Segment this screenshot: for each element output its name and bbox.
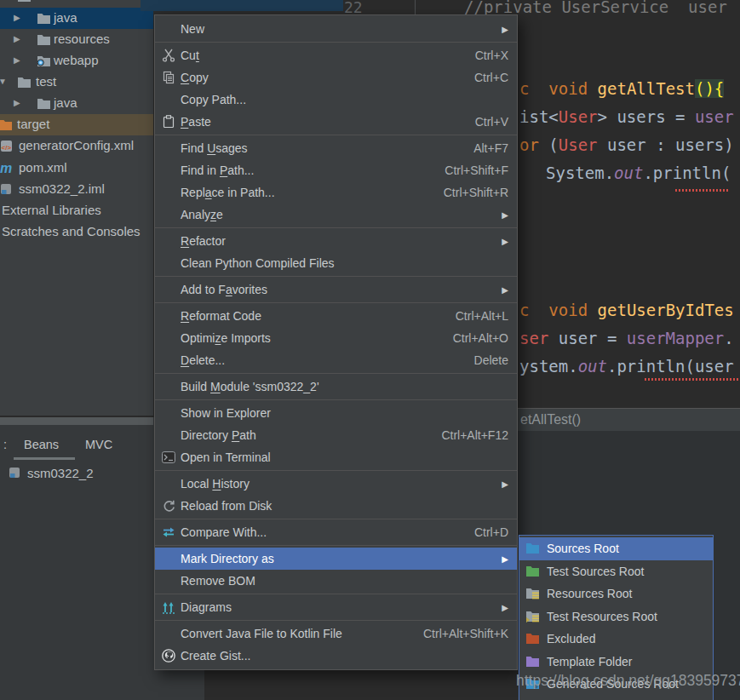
menu-item-label: Show in Explorer: [181, 406, 271, 420]
menu-item-label: Analyze: [181, 208, 223, 221]
menu-item-shortcut: Ctrl+Shift+R: [444, 186, 508, 199]
svg-text:m: m: [0, 162, 12, 175]
submenu-item-sources-root[interactable]: Sources Root: [519, 537, 713, 560]
submenu-item-test-resources-root[interactable]: Test Resources Root: [519, 605, 713, 628]
menu-item-diagrams[interactable]: Diagrams▶: [155, 596, 517, 618]
menu-item-delete[interactable]: Delete...Delete: [155, 349, 517, 371]
chevron-right-icon[interactable]: ▶: [14, 55, 20, 65]
tree-item-iml[interactable]: ssm0322_2.iml: [0, 179, 153, 200]
menu-icon-spacer: [160, 309, 177, 324]
tree-item-pom[interactable]: mpom.xml: [0, 158, 153, 179]
code-token: [588, 79, 597, 98]
tree-item-java[interactable]: ▶java: [0, 8, 153, 29]
menu-item-compare-with[interactable]: Compare With...Ctrl+D: [155, 521, 517, 543]
code-line-7: ystem.out.println(user: [519, 353, 734, 381]
tree-item-label: pom.xml: [19, 160, 67, 175]
code-token: out: [614, 164, 643, 182]
menu-item-label: Copy: [181, 71, 209, 84]
code-token: ystem.: [519, 357, 578, 376]
menu-icon-spacer: [160, 428, 177, 443]
tree-item-resources[interactable]: ▶resources: [0, 29, 153, 50]
menu-item-replace-in-path[interactable]: Replace in Path...Ctrl+Shift+R: [155, 181, 517, 204]
folder-icon: [37, 33, 52, 47]
menu-item-find-in-path[interactable]: Find in Path...Ctrl+Shift+F: [155, 159, 517, 181]
code-line-6: ser user = userMapper.: [519, 324, 734, 353]
tree-item-label: External Libraries: [2, 203, 101, 217]
menu-item-reformat-code[interactable]: Reformat CodeCtrl+Alt+L: [155, 305, 517, 327]
submenu-item-excluded[interactable]: Excluded: [519, 628, 713, 651]
menu-item-open-in-terminal[interactable]: Open in Terminal: [155, 446, 517, 468]
menu-separator: [155, 399, 517, 400]
xml-icon: </>: [0, 140, 15, 153]
code-token: void: [548, 301, 588, 319]
tab-beans[interactable]: Beans: [24, 438, 59, 451]
menu-item-shortcut: Ctrl+Alt+F12: [441, 428, 508, 442]
tree-item-scratches[interactable]: Scratches and Consoles: [0, 221, 153, 243]
code-token: void: [548, 79, 588, 98]
tree-item-generator-config[interactable]: </>generatorConfig.xml: [0, 135, 153, 157]
code-token: user: [695, 107, 734, 126]
chevron-right-icon[interactable]: ▶: [14, 13, 20, 22]
menu-item-show-in-explorer[interactable]: Show in Explorer: [155, 402, 517, 424]
menu-item-new[interactable]: New▶: [155, 18, 517, 40]
code-token: ist<: [519, 107, 559, 126]
menu-item-create-gist[interactable]: Create Gist...: [155, 645, 517, 667]
code-token: ser: [519, 329, 548, 347]
menu-separator: [155, 620, 517, 621]
menu-item-copy-path[interactable]: Copy Path...: [155, 89, 517, 111]
chevron-down-icon[interactable]: ▼: [0, 77, 7, 86]
chevron-right-icon[interactable]: ▶: [14, 98, 20, 107]
menu-item-label: Reformat Code: [181, 309, 261, 323]
tab-mvc[interactable]: MVC: [85, 438, 112, 451]
menu-item-paste[interactable]: PasteCtrl+V: [155, 111, 517, 133]
panel-splitter[interactable]: [0, 416, 153, 425]
menu-icon-spacer: [160, 574, 177, 588]
menu-item-shortcut: Delete: [474, 353, 508, 367]
code-token: getAllTest: [598, 79, 695, 98]
submenu-item-test-sources-root[interactable]: Test Sources Root: [519, 560, 713, 583]
folder-sources-icon: [525, 542, 541, 555]
menu-item-cut[interactable]: CutCtrl+X: [155, 44, 517, 66]
menu-item-remove-bom[interactable]: Remove BOM: [155, 570, 517, 592]
menu-item-analyze[interactable]: Analyze▶: [155, 204, 517, 226]
code-line-5: c void getUserByIdTes: [519, 296, 734, 324]
menu-item-copy[interactable]: CopyCtrl+C: [155, 66, 517, 89]
module-row[interactable]: ssm0322_2: [0, 463, 153, 484]
menu-item-clean-python-compiled-files[interactable]: Clean Python Compiled Files: [155, 252, 517, 274]
tree-item-external-libraries[interactable]: External Libraries: [0, 200, 153, 221]
menu-item-mark-directory-as[interactable]: Mark Directory as▶: [155, 548, 517, 570]
code-token: (){: [695, 79, 724, 98]
submenu-item-resources-root[interactable]: Resources Root: [519, 582, 713, 605]
error-squiggle: [675, 189, 730, 192]
menu-separator: [155, 227, 517, 228]
tree-item-test[interactable]: ▼test: [0, 72, 153, 93]
submenu-item-template-folder[interactable]: Template Folder: [519, 651, 713, 674]
menu-icon-spacer: [160, 208, 177, 222]
tree-item-target[interactable]: target: [0, 114, 153, 135]
tree-item-test-java[interactable]: ▶java: [0, 93, 153, 114]
code-token: out: [578, 357, 607, 376]
menu-item-shortcut: Ctrl+Alt+O: [453, 331, 508, 345]
code-token: .println(: [643, 164, 731, 182]
tree-item-webapp[interactable]: ▶webapp: [0, 50, 153, 72]
menu-item-optimize-imports[interactable]: Optimize ImportsCtrl+Alt+O: [155, 327, 517, 349]
menu-item-refactor[interactable]: Refactor▶: [155, 230, 517, 252]
tree-item-main[interactable]: main: [0, 0, 153, 7]
menu-item-label: Cut: [181, 49, 199, 62]
menu-item-directory-path[interactable]: Directory PathCtrl+Alt+F12: [155, 424, 517, 446]
active-tab-underline: [14, 457, 75, 460]
menu-item-find-usages[interactable]: Find UsagesAlt+F7: [155, 137, 517, 159]
menu-item-label: Replace in Path...: [181, 186, 275, 199]
chevron-right-icon[interactable]: ▶: [14, 34, 20, 43]
menu-item-shortcut: Ctrl+Alt+L: [456, 309, 508, 323]
menu-item-reload-from-disk[interactable]: Reload from Disk: [155, 495, 517, 517]
menu-item-add-to-favorites[interactable]: Add to Favorites▶: [155, 278, 517, 301]
terminal-icon: [160, 450, 177, 465]
menu-item-label: Delete...: [181, 353, 225, 367]
menu-item-convert-java-to-kotlin[interactable]: Convert Java File to Kotlin FileCtrl+Alt…: [155, 623, 517, 645]
menu-item-label: Find Usages: [181, 141, 248, 155]
menu-item-local-history[interactable]: Local History▶: [155, 473, 517, 495]
submenu-arrow-icon: ▶: [502, 554, 508, 564]
menu-item-build-module[interactable]: Build Module 'ssm0322_2': [155, 376, 517, 398]
code-token: [529, 301, 548, 319]
